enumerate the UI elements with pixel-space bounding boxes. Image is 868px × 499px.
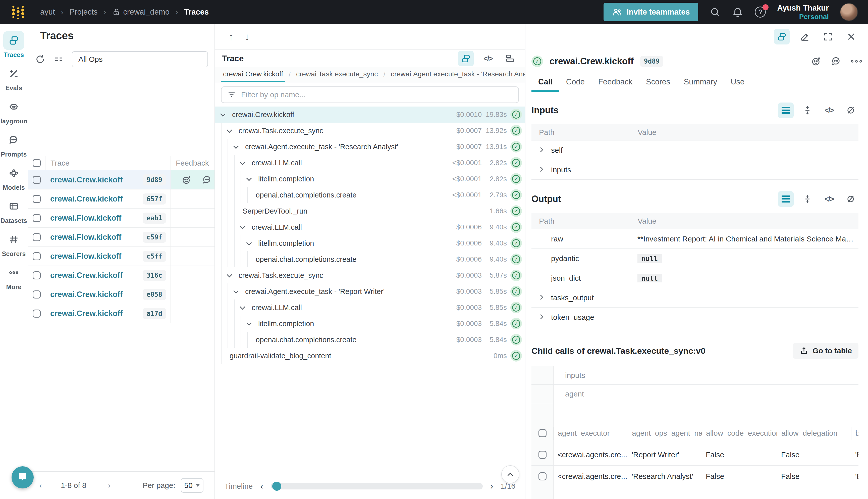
- table-row[interactable]: crewai.Flow.kickoff c5ff: [28, 247, 214, 266]
- avatar[interactable]: [840, 3, 858, 21]
- call-tree-row[interactable]: crewai.LLM.call $0.0006 9.40s: [215, 219, 525, 235]
- op-name-filter-input[interactable]: [241, 90, 513, 99]
- path-tab-crew-kickoff[interactable]: crewai.Crew.kickoff: [221, 67, 285, 82]
- path-tab-agent-execute-task[interactable]: crewai.Agent.execute_task - 'Research An…: [389, 67, 525, 82]
- input-row[interactable]: inputs: [531, 160, 858, 180]
- op-name-filter[interactable]: [221, 86, 519, 103]
- call-tree-row[interactable]: crewai.Agent.execute_task - 'Report Writ…: [215, 283, 525, 300]
- call-tree-row[interactable]: crewai.Crew.kickoff $0.0010 19.83s: [215, 107, 525, 123]
- invite-teammates-button[interactable]: Invite teammates: [604, 3, 698, 21]
- row-checkbox[interactable]: [33, 291, 41, 299]
- call-tree-row[interactable]: crewai.LLM.call <$0.0001 2.82s: [215, 155, 525, 171]
- call-tree-row[interactable]: litellm.completion $0.0003 5.84s: [215, 316, 525, 332]
- timeline-slider[interactable]: [271, 483, 483, 489]
- column-header-backstory[interactable]: b: [851, 427, 858, 440]
- chat-launcher-button[interactable]: [12, 466, 34, 488]
- table-row[interactable]: crewai.Crew.kickoff 9d89: [28, 170, 214, 190]
- call-tree-row[interactable]: crewai.LLM.call $0.0003 5.85s: [215, 300, 525, 316]
- call-detail-tab[interactable]: Call: [531, 73, 559, 92]
- input-row[interactable]: self: [531, 141, 858, 160]
- hide-icon[interactable]: [843, 191, 858, 207]
- output-row[interactable]: token_usage: [531, 307, 858, 327]
- call-tree-row[interactable]: crewai.Agent.execute_task - 'Research An…: [215, 139, 525, 155]
- code-view-icon[interactable]: </>: [480, 51, 496, 66]
- chevron-right-icon[interactable]: [538, 147, 543, 152]
- call-tree-row[interactable]: openai.chat.completions.create $0.0006 9…: [215, 251, 525, 267]
- table-row[interactable]: crewai.Flow.kickoff c59f: [28, 228, 214, 247]
- go-to-table-button[interactable]: Go to table: [793, 343, 858, 359]
- row-checkbox[interactable]: [33, 252, 41, 260]
- call-tree-row[interactable]: litellm.completion <$0.0001 2.82s: [215, 171, 525, 187]
- column-header-agent-ops-agent-name[interactable]: agent_ops_agent_nan: [628, 427, 702, 440]
- output-row[interactable]: pydantic null: [531, 249, 858, 268]
- next-page-icon[interactable]: ›: [108, 481, 111, 490]
- prev-page-icon[interactable]: ‹: [39, 481, 42, 490]
- trace-link[interactable]: crewai.Flow.kickoff: [50, 233, 121, 242]
- trace-link[interactable]: crewai.Flow.kickoff: [50, 252, 121, 261]
- table-row[interactable]: crewai.Crew.kickoff 316c: [28, 266, 214, 285]
- json-view-icon[interactable]: </>: [821, 191, 837, 207]
- trace-link[interactable]: crewai.Crew.kickoff: [50, 175, 123, 184]
- sidebar-item-playground[interactable]: Playground: [0, 97, 28, 131]
- row-checkbox[interactable]: [33, 214, 41, 222]
- sidebar-item-evals[interactable]: Evals: [0, 64, 28, 97]
- chevron-down-icon[interactable]: [227, 273, 237, 277]
- call-id-badge[interactable]: 9d89: [640, 56, 664, 67]
- help-icon[interactable]: ?: [755, 6, 766, 18]
- chevron-right-icon[interactable]: [538, 295, 543, 300]
- column-header-allow-delegation[interactable]: allow_delegation: [777, 427, 851, 440]
- chevron-down-icon[interactable]: [240, 226, 250, 229]
- row-checkbox[interactable]: [538, 451, 546, 459]
- chevron-down-icon[interactable]: [240, 306, 250, 309]
- select-all-checkbox[interactable]: [33, 159, 41, 167]
- trace-link[interactable]: crewai.Crew.kickoff: [50, 309, 123, 318]
- trace-link[interactable]: crewai.Flow.kickoff: [50, 214, 121, 223]
- sidebar-item-scorers[interactable]: Scorers: [0, 230, 28, 263]
- expand-rows-icon[interactable]: [800, 191, 815, 207]
- more-menu-icon[interactable]: [851, 60, 862, 63]
- sidebar-item-datasets[interactable]: Datasets: [0, 197, 28, 230]
- sidebar-item-more[interactable]: More: [0, 263, 28, 296]
- chevron-down-icon[interactable]: [247, 322, 256, 326]
- row-checkbox[interactable]: [538, 472, 546, 480]
- row-checkbox[interactable]: [33, 233, 41, 241]
- add-reaction-icon[interactable]: [181, 175, 192, 185]
- trace-link[interactable]: crewai.Crew.kickoff: [50, 194, 123, 204]
- call-detail-tab[interactable]: Summary: [677, 73, 724, 92]
- call-detail-tab[interactable]: Use: [724, 73, 751, 92]
- notifications-bell-icon[interactable]: [732, 6, 743, 18]
- hide-icon[interactable]: [843, 102, 858, 118]
- call-tree-row[interactable]: openai.chat.completions.create $0.0003 5…: [215, 332, 525, 348]
- timeline-prev-icon[interactable]: ‹: [260, 481, 263, 491]
- breadcrumb-project[interactable]: crewai_demo: [112, 8, 170, 16]
- column-header-agent-executor[interactable]: agent_executor: [554, 427, 628, 440]
- per-page-select[interactable]: 50: [181, 478, 203, 493]
- filter-columns-icon[interactable]: [53, 54, 64, 65]
- chevron-down-icon[interactable]: [247, 177, 256, 181]
- search-icon[interactable]: [709, 6, 721, 18]
- output-row[interactable]: raw **Investment Report: AI in Chemical …: [531, 229, 858, 249]
- column-header-trace[interactable]: Trace: [45, 156, 171, 170]
- call-detail-tab[interactable]: Scores: [639, 73, 677, 92]
- prev-call-arrow-icon[interactable]: ↑: [228, 31, 234, 42]
- output-row[interactable]: json_dict null: [531, 268, 858, 288]
- row-checkbox[interactable]: [33, 176, 41, 184]
- call-tree-row[interactable]: litellm.completion $0.0006 9.40s: [215, 235, 525, 251]
- call-detail-tab[interactable]: Code: [559, 73, 592, 92]
- chevron-down-icon[interactable]: [234, 290, 243, 293]
- list-view-icon[interactable]: [778, 102, 794, 118]
- chevron-right-icon[interactable]: [538, 167, 543, 172]
- child-call-row[interactable]: <crewai.agents.cre... 'Research Analyst'…: [531, 465, 858, 487]
- table-row[interactable]: crewai.Flow.kickoff eab1: [28, 208, 214, 228]
- path-tab-task-execute-sync[interactable]: crewai.Task.execute_sync: [294, 67, 380, 82]
- expand-rows-icon[interactable]: [800, 102, 815, 118]
- breadcrumb-entity[interactable]: ayut: [40, 8, 55, 16]
- table-row[interactable]: crewai.Crew.kickoff a17d: [28, 304, 214, 323]
- collapse-panel-button[interactable]: [501, 465, 519, 484]
- breadcrumb-projects[interactable]: Projects: [70, 8, 98, 16]
- call-tree-row[interactable]: guardrail-validate_blog_content 0ms: [215, 348, 525, 364]
- comment-icon[interactable]: [831, 56, 842, 67]
- json-view-icon[interactable]: </>: [821, 102, 837, 118]
- trace-link[interactable]: crewai.Crew.kickoff: [50, 271, 123, 280]
- output-row[interactable]: tasks_output: [531, 288, 858, 307]
